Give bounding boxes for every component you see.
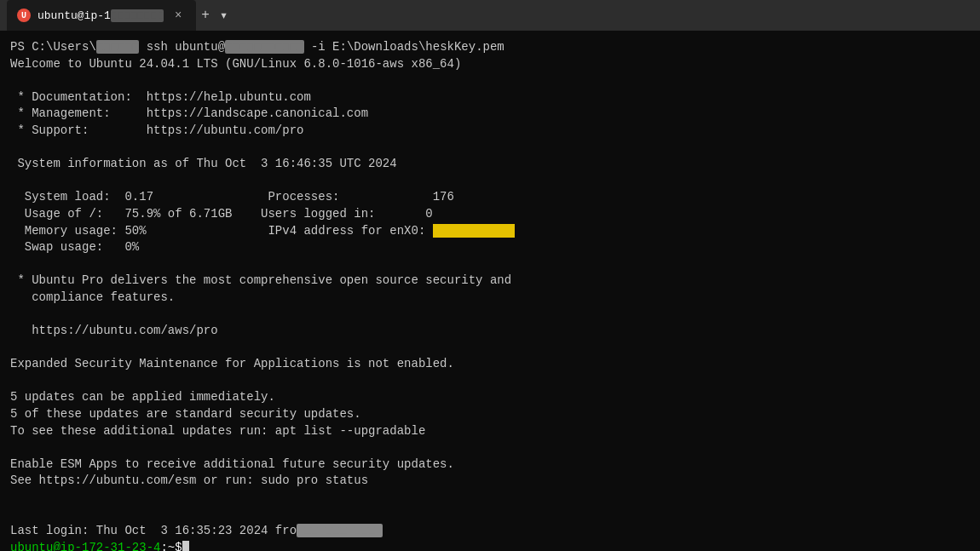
tab-title: ubuntu@ip-1■■■■■■■■ xyxy=(37,9,164,22)
docs-line: * Documentation: https://help.ubuntu.com xyxy=(10,89,970,106)
usage-line: Usage of /: 75.9% of 6.71GB Users logged… xyxy=(10,206,970,223)
blank-line-4 xyxy=(10,256,970,273)
updates-line-2: 5 of these updates are standard security… xyxy=(10,406,970,423)
tab-icon: U xyxy=(17,9,31,22)
prompt-path: :~$ xyxy=(160,541,182,551)
blank-line-2 xyxy=(10,140,970,157)
esm-line: Expanded Security Maintenance for Applic… xyxy=(10,356,970,373)
titlebar: U ubuntu@ip-1■■■■■■■■ × + ▾ xyxy=(0,0,980,31)
pro-link-line: https://ubuntu.com/aws/pro xyxy=(10,323,970,340)
blank-line-9 xyxy=(10,490,970,507)
welcome-line: Welcome to Ubuntu 24.04.1 LTS (GNU/Linux… xyxy=(10,56,970,73)
cursor xyxy=(182,541,189,551)
esm-apps-line-2: See https://ubuntu.com/esm or run: sudo … xyxy=(10,473,970,490)
support-line: * Support: https://ubuntu.com/pro xyxy=(10,123,970,140)
esm-apps-line-1: Enable ESM Apps to receive additional fu… xyxy=(10,456,970,474)
mgmt-line: * Management: https://landscape.canonica… xyxy=(10,106,970,123)
ubuntu-pro-line-1: * Ubuntu Pro delivers the most comprehen… xyxy=(10,273,970,290)
blank-line-7 xyxy=(10,373,970,390)
blank-line-3 xyxy=(10,173,970,190)
last-login-line: Last login: Thu Oct 3 16:35:23 2024 fro … xyxy=(10,523,970,540)
updates-line-3: To see these additional updates run: apt… xyxy=(10,423,970,440)
ubuntu-pro-line-2: compliance features. xyxy=(10,290,970,307)
blank-line-1 xyxy=(10,72,970,89)
tab-group: U ubuntu@ip-1■■■■■■■■ × + ▾ xyxy=(7,0,973,31)
prompt-line[interactable]: ubuntu@ip-172-31-23-4:~$ xyxy=(10,540,970,551)
updates-line-1: 5 updates can be applied immediately. xyxy=(10,389,970,406)
sysinfo-line: System information as of Thu Oct 3 16:46… xyxy=(10,156,970,173)
new-tab-button[interactable]: + xyxy=(196,4,215,26)
tab-dropdown-button[interactable]: ▾ xyxy=(215,3,233,27)
blank-line-6 xyxy=(10,340,970,357)
ps-command-line: PS C:\Users\■■■■■■ ssh ubuntu@■■■■■■■■■■… xyxy=(10,39,970,56)
swap-line: Swap usage: 0% xyxy=(10,239,970,256)
tab-close-button[interactable]: × xyxy=(170,8,186,23)
blank-line-10 xyxy=(10,507,970,524)
sysload-line: System load: 0.17 Processes: 176 xyxy=(10,189,970,206)
ipv4-address xyxy=(433,224,515,238)
terminal-content: PS C:\Users\■■■■■■ ssh ubuntu@■■■■■■■■■■… xyxy=(0,31,980,551)
active-tab[interactable]: U ubuntu@ip-1■■■■■■■■ × xyxy=(7,0,196,31)
memory-line: Memory usage: 50% IPv4 address for enX0: xyxy=(10,223,970,240)
blank-line-8 xyxy=(10,439,970,456)
blank-line-5 xyxy=(10,307,970,324)
prompt-user: ubuntu@ip-172-31-23-4 xyxy=(10,541,160,551)
